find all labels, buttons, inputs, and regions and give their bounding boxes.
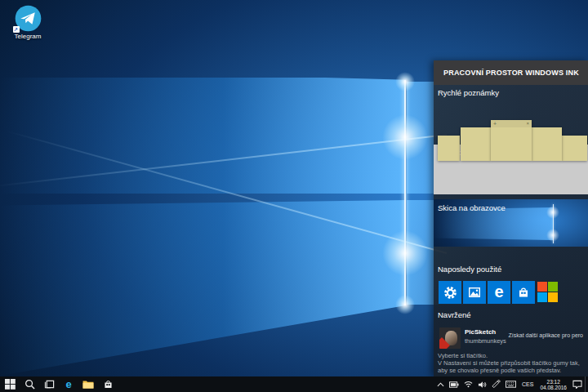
wallpaper-light-beam-top — [0, 78, 406, 194]
microsoft-logo-icon — [537, 292, 547, 302]
sticky-notes-section[interactable]: Rychlé poznámky + × — [434, 85, 588, 145]
sticky-note[interactable] — [532, 127, 562, 161]
taskbar-empty-area — [118, 376, 434, 392]
windows-logo-icon — [5, 379, 16, 390]
start-button[interactable] — [0, 376, 20, 392]
edge-taskbar-button[interactable]: e — [59, 376, 78, 392]
keyboard-icon — [506, 381, 516, 388]
sticky-note-header: + × — [491, 120, 532, 127]
speaker-icon — [478, 381, 487, 389]
edge-icon: e — [65, 379, 71, 390]
store-icon — [517, 286, 530, 299]
wallpaper-glow — [395, 295, 415, 314]
panel-title: PRACOVNÍ PROSTOR WINDOWS INK — [434, 60, 588, 86]
microsoft-logo-icon — [548, 292, 558, 302]
taskbar-left: e — [0, 376, 118, 392]
action-center-button[interactable] — [570, 376, 585, 392]
store-taskbar-button[interactable] — [98, 376, 118, 392]
telegram-icon: ↗ — [15, 5, 42, 32]
suggested-app-icon[interactable] — [439, 327, 461, 349]
telegram-label: Telegram — [5, 33, 51, 40]
app-tile-settings[interactable] — [439, 281, 461, 304]
sticky-notes-label: Rychlé poznámky — [438, 88, 499, 97]
chevron-up-icon — [437, 382, 444, 387]
screen-sketch-section[interactable]: Skica na obrazovce — [434, 199, 588, 247]
search-button[interactable] — [20, 376, 39, 392]
screen: ↗ Telegram PRACOVNÍ PROSTOR WINDOWS INK … — [0, 0, 588, 392]
sticky-note[interactable]: + × — [491, 120, 532, 161]
tray-expand-button[interactable] — [434, 376, 447, 392]
action-center-icon — [572, 380, 582, 389]
microsoft-logo-icon — [548, 282, 558, 292]
photos-icon — [468, 286, 481, 299]
sticky-note[interactable] — [562, 136, 587, 161]
network-wifi-icon — [464, 381, 473, 388]
suggested-app-developer: thumbmunkeys — [465, 337, 506, 345]
windows-ink-workspace-button[interactable] — [489, 376, 503, 392]
pen-icon — [492, 380, 501, 389]
task-view-button[interactable] — [39, 376, 59, 392]
app-tile-store[interactable] — [512, 281, 535, 304]
sticky-note-close-button[interactable]: × — [526, 120, 529, 127]
suggested-section-label: Navržené — [438, 310, 471, 319]
recent-section-label: Naposledy použité — [438, 265, 501, 274]
battery-indicator[interactable] — [447, 376, 461, 392]
clock-date: 04.08.2016 — [540, 385, 567, 390]
sticky-note[interactable] — [438, 136, 460, 161]
hint-title: Vyberte si tlačítko. — [438, 352, 488, 359]
clock[interactable]: 23:12 04.08.2016 — [537, 379, 570, 390]
sticky-note[interactable] — [461, 127, 491, 161]
taskbar: e — [0, 376, 588, 392]
store-icon — [103, 379, 114, 390]
telegram-shortcut[interactable]: ↗ Telegram — [5, 5, 51, 42]
language-indicator[interactable]: CES — [519, 381, 537, 387]
settings-gear-icon — [443, 286, 457, 300]
show-desktop-button[interactable] — [585, 376, 588, 392]
screen-sketch-thumbnail — [434, 207, 553, 240]
sticky-note-add-button[interactable]: + — [493, 120, 497, 127]
touch-keyboard-button[interactable] — [503, 376, 519, 392]
system-tray: CES 23:12 04.08.2016 — [434, 376, 588, 392]
app-tile-edge[interactable]: e — [488, 281, 510, 304]
screen-sketch-thumbnail-detail — [546, 229, 559, 242]
clock-time: 23:12 — [540, 379, 567, 385]
screen-sketch-label: Skica na obrazovce — [438, 203, 506, 212]
wallpaper-glow — [382, 230, 428, 276]
wallpaper-glow — [382, 114, 428, 160]
shortcut-arrow-badge: ↗ — [13, 26, 20, 33]
microsoft-logo-icon — [537, 282, 547, 292]
app-tile-microsoft[interactable] — [537, 282, 559, 304]
panel-title-bar: PRACOVNÍ PROSTOR WINDOWS INK — [434, 60, 588, 85]
file-explorer-button[interactable] — [78, 376, 98, 392]
search-icon — [24, 379, 35, 390]
get-more-pen-apps-link[interactable]: Získat další aplikace pro pero — [509, 332, 583, 338]
edge-icon: e — [494, 283, 503, 300]
windows-ink-workspace-panel: PRACOVNÍ PROSTOR WINDOWS INK Rychlé pozn… — [434, 60, 588, 376]
volume-indicator[interactable] — [475, 376, 489, 392]
task-view-icon — [44, 379, 55, 390]
app-tile-photos[interactable] — [463, 281, 486, 304]
screen-sketch-thumbnail-detail — [546, 206, 559, 219]
network-indicator[interactable] — [461, 376, 475, 392]
folder-icon — [82, 380, 94, 390]
wallpaper-glow — [395, 72, 415, 91]
suggested-app-name[interactable]: PicSketch — [465, 328, 496, 336]
recent-apps-row: e — [439, 281, 586, 304]
battery-icon — [449, 381, 459, 388]
hint-body: V Nastavení si můžete přizpůsobit tlačít… — [438, 359, 583, 374]
